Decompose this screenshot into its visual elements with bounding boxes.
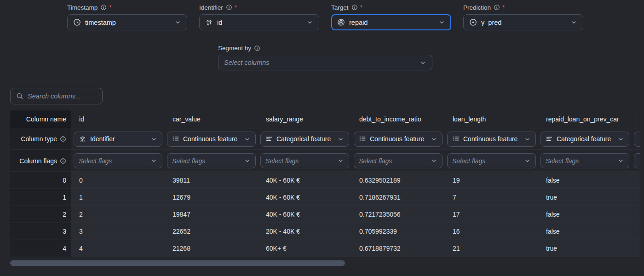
column-flags-select-id[interactable]: Select flags (74, 153, 162, 168)
field-label-text: Timestamp (67, 4, 98, 11)
chevron-down-icon (174, 19, 181, 26)
search-input[interactable] (28, 92, 97, 100)
chevron-down-icon (431, 136, 437, 143)
select-placeholder: Select flags (79, 157, 112, 165)
column-flags-select[interactable] (634, 153, 640, 168)
info-icon[interactable] (100, 4, 107, 11)
row-index: 0 (10, 172, 71, 189)
cell-salary_range: 20K - 40K € (258, 228, 351, 235)
cell-id: 3 (71, 228, 165, 235)
select-value: timestamp (85, 19, 116, 26)
numbered-list-icon (172, 135, 179, 143)
clipped-next-column (632, 153, 640, 168)
column-flags-select-car_value[interactable]: Select flags (167, 153, 256, 168)
chevron-down-icon (438, 19, 445, 26)
segment-by-select[interactable]: Select columns (218, 55, 432, 70)
column-flags-select-salary_range[interactable]: Select flags (260, 153, 349, 168)
cell-repaid_loan_on_prev_car: true (538, 194, 632, 201)
chevron-down-icon (524, 157, 531, 164)
identifier-select[interactable]: id (199, 14, 319, 30)
info-icon[interactable] (226, 4, 232, 11)
required-asterisk: * (109, 4, 111, 11)
info-icon[interactable] (351, 4, 358, 11)
timestamp-select[interactable]: timestamp (67, 14, 187, 30)
column-type-select-car_value[interactable]: Continuous feature (167, 132, 256, 147)
row-index: 3 (10, 223, 71, 240)
column-type-row-header: Column type (10, 128, 71, 150)
cell-car_value: 39811 (165, 177, 258, 184)
cell-repaid_loan_on_prev_car: false (538, 211, 632, 218)
row-index: 1 (10, 189, 71, 206)
prediction-select[interactable]: y_pred (463, 14, 583, 30)
cell-car_value: 21268 (165, 245, 258, 252)
prediction-icon (469, 18, 477, 26)
required-asterisk: * (235, 4, 237, 11)
chevron-down-icon (337, 157, 344, 164)
select-value: Categorical feature (276, 135, 331, 143)
select-value: Identifier (90, 135, 115, 143)
column-type-select-id[interactable]: Identifier (74, 132, 162, 147)
row-header-text: Column flags (19, 157, 57, 165)
cell-loan_length: 17 (445, 211, 538, 218)
required-asterisk: * (360, 4, 362, 11)
info-icon[interactable] (60, 158, 66, 164)
chevron-down-icon (617, 136, 624, 143)
column-type-select-debt_to_income_ratio[interactable]: Continuous feature (354, 132, 443, 147)
field-label-text: Target (331, 4, 349, 11)
row-index: 4 (10, 240, 71, 257)
select-placeholder: Select flags (172, 157, 205, 165)
chevron-down-icon (524, 136, 531, 143)
search-box (10, 88, 103, 104)
column-header-repaid_loan_on_prev_car: repaid_loan_on_prev_car (538, 115, 632, 123)
cell-id: 0 (71, 177, 165, 184)
target-icon (337, 18, 345, 26)
chevron-down-icon (570, 19, 577, 26)
cell-repaid_loan_on_prev_car: false (538, 228, 632, 235)
column-flags-select-repaid_loan_on_prev_car[interactable]: Select flags (540, 153, 629, 168)
field-label: Timestamp * (67, 4, 187, 11)
cell-id: 1 (71, 194, 165, 201)
chevron-down-icon (244, 157, 251, 164)
info-icon[interactable] (494, 4, 500, 11)
cell-salary_range: 40K - 60K € (258, 211, 351, 218)
select-value: Categorical feature (557, 135, 611, 143)
column-flags-select-debt_to_income_ratio[interactable]: Select flags (354, 153, 443, 168)
numbered-list-icon (359, 135, 366, 143)
field-target: Target * repaid (331, 4, 451, 30)
field-prediction: Prediction * y_pred (463, 4, 583, 30)
info-icon[interactable] (60, 136, 66, 142)
chevron-down-icon (150, 136, 157, 143)
target-select[interactable]: repaid (331, 14, 451, 30)
cell-salary_range: 40K - 60K € (258, 194, 351, 201)
select-value: Continuous feature (463, 135, 518, 143)
column-type-select-salary_range[interactable]: Categorical feature (260, 132, 349, 147)
table-row: 221984740K - 60K €0.721723505617false (10, 206, 640, 223)
field-label: Identifier * (199, 4, 319, 11)
category-lines-icon (546, 135, 553, 143)
row-index: 2 (10, 206, 71, 223)
cell-loan_length: 19 (445, 177, 538, 184)
column-flags-select-loan_length[interactable]: Select flags (447, 153, 536, 168)
cell-debt_to_income_ratio: 0.6718879732 (351, 245, 445, 252)
cell-debt_to_income_ratio: 0.7186267931 (351, 194, 445, 201)
column-type-select-loan_length[interactable]: Continuous feature (447, 132, 536, 147)
cell-loan_length: 7 (445, 194, 538, 201)
column-type-select-repaid_loan_on_prev_car[interactable]: Categorical feature (540, 132, 629, 147)
cell-salary_range: 40K - 60K € (258, 177, 351, 184)
horizontal-scrollbar-thumb[interactable] (10, 260, 345, 266)
cell-repaid_loan_on_prev_car: false (538, 177, 632, 184)
column-header-car_value: car_value (165, 115, 258, 123)
cell-salary_range: 60K+ € (258, 245, 351, 252)
cell-id: 2 (71, 211, 165, 218)
field-label-text: Prediction (463, 4, 491, 11)
column-header-salary_range: salary_range (258, 115, 351, 123)
select-value: Continuous feature (183, 135, 237, 143)
column-type-select[interactable] (634, 132, 640, 147)
table-row: 442126860K+ €0.671887973221true (10, 240, 640, 257)
info-icon[interactable] (254, 45, 260, 52)
column-header-id: id (71, 115, 165, 123)
select-placeholder: Select flags (359, 157, 392, 165)
cell-id: 4 (71, 245, 165, 252)
cell-loan_length: 16 (445, 228, 538, 235)
cell-debt_to_income_ratio: 0.6329502189 (351, 177, 445, 184)
